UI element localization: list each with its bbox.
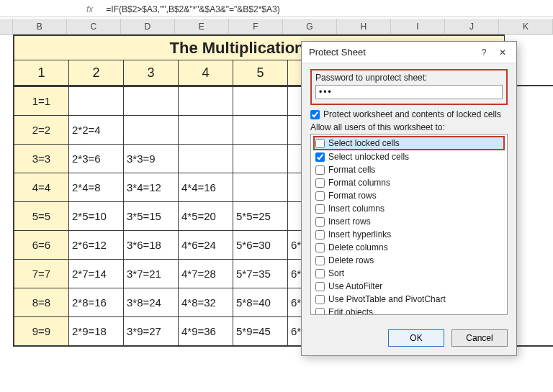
data-cell[interactable] xyxy=(179,86,233,115)
password-input[interactable] xyxy=(315,85,503,99)
permission-item[interactable]: Insert rows xyxy=(314,215,504,228)
data-cell[interactable]: 4*6=24 xyxy=(179,230,233,259)
column-header[interactable]: H xyxy=(337,19,391,34)
permission-item[interactable]: Edit objects xyxy=(314,306,504,315)
data-cell[interactable]: 2*5=10 xyxy=(69,201,124,230)
data-cell[interactable] xyxy=(233,86,288,115)
data-cell[interactable]: 2*2=4 xyxy=(69,115,124,144)
permission-item[interactable]: Delete columns xyxy=(314,241,504,254)
data-cell[interactable]: 4*4=16 xyxy=(179,173,233,201)
row-header-cell[interactable]: 5=5 xyxy=(14,201,69,230)
permission-item[interactable]: Insert columns xyxy=(314,202,504,215)
permission-checkbox[interactable] xyxy=(315,191,325,201)
protect-checkbox[interactable] xyxy=(310,110,320,119)
data-cell[interactable]: 4*9=36 xyxy=(179,316,233,345)
row-header-cell[interactable]: 1=1 xyxy=(14,86,69,115)
column-header[interactable]: K xyxy=(499,19,553,34)
data-cell[interactable] xyxy=(124,86,179,115)
row-header-cell[interactable]: 8=8 xyxy=(14,288,69,316)
permission-checkbox[interactable] xyxy=(315,178,325,188)
permission-item[interactable]: Select locked cells xyxy=(313,136,505,150)
data-cell[interactable]: 2*4=8 xyxy=(69,173,124,201)
permission-item[interactable]: Insert hyperlinks xyxy=(314,228,504,241)
permission-checkbox[interactable] xyxy=(315,152,325,162)
row-header-cell[interactable]: 4=4 xyxy=(14,173,69,201)
row-header-cell[interactable]: 6=6 xyxy=(14,230,69,259)
row-header-cell[interactable]: 9=9 xyxy=(14,316,69,345)
help-button[interactable]: ? xyxy=(475,45,493,60)
data-cell[interactable] xyxy=(124,115,179,144)
data-cell[interactable] xyxy=(233,173,288,201)
data-cell[interactable]: 3*9=27 xyxy=(124,316,179,345)
close-button[interactable]: ✕ xyxy=(493,45,512,60)
permission-checkbox[interactable] xyxy=(315,269,325,278)
data-cell[interactable]: 2*7=14 xyxy=(69,259,124,288)
table-header-cell[interactable]: 5 xyxy=(233,60,288,85)
permission-checkbox[interactable] xyxy=(315,308,325,316)
data-cell[interactable]: 3*6=18 xyxy=(124,230,179,259)
dialog-titlebar[interactable]: Protect Sheet ? ✕ xyxy=(302,42,516,63)
data-cell[interactable] xyxy=(179,144,233,173)
data-cell[interactable]: 2*3=6 xyxy=(69,144,124,173)
permission-item[interactable]: Select unlocked cells xyxy=(314,150,504,163)
permission-label: Select locked cells xyxy=(328,137,400,149)
column-header[interactable]: F xyxy=(229,19,283,34)
permission-label: Sort xyxy=(328,268,344,279)
permission-checkbox[interactable] xyxy=(315,256,325,265)
row-header-cell[interactable]: 2=2 xyxy=(14,115,69,144)
protect-checkbox-row[interactable]: Protect worksheet and contents of locked… xyxy=(310,109,508,119)
permission-checkbox[interactable] xyxy=(315,282,325,291)
data-cell[interactable]: 5*9=45 xyxy=(233,316,288,345)
cancel-button[interactable]: Cancel xyxy=(451,329,508,347)
permission-checkbox[interactable] xyxy=(315,204,325,214)
column-header[interactable]: G xyxy=(283,19,337,34)
permission-checkbox[interactable] xyxy=(315,295,325,304)
permission-checkbox[interactable] xyxy=(315,243,325,252)
data-cell[interactable]: 5*7=35 xyxy=(233,259,288,288)
data-cell[interactable]: 2*8=16 xyxy=(69,288,124,316)
data-cell[interactable]: 4*8=32 xyxy=(179,288,233,316)
data-cell[interactable]: 2*6=12 xyxy=(69,230,124,259)
permission-item[interactable]: Format columns xyxy=(314,176,504,189)
data-cell[interactable]: 2*9=18 xyxy=(69,316,124,345)
table-header-cell[interactable]: 4 xyxy=(179,60,233,85)
column-header[interactable]: E xyxy=(175,19,229,34)
data-cell[interactable]: 3*8=24 xyxy=(124,288,179,316)
permission-item[interactable]: Delete rows xyxy=(314,254,504,267)
row-header-cell[interactable]: 7=7 xyxy=(14,259,69,288)
data-cell[interactable] xyxy=(233,115,288,144)
permission-item[interactable]: Format rows xyxy=(314,189,504,202)
data-cell[interactable]: 3*7=21 xyxy=(124,259,179,288)
permission-item[interactable]: Use AutoFilter xyxy=(314,280,504,293)
data-cell[interactable]: 4*7=28 xyxy=(179,259,233,288)
table-header-cell[interactable]: 3 xyxy=(124,60,179,85)
data-cell[interactable]: 5*8=40 xyxy=(233,288,288,316)
data-cell[interactable]: 3*4=12 xyxy=(124,173,179,201)
permissions-list[interactable]: Select locked cellsSelect unlocked cells… xyxy=(310,134,508,315)
data-cell[interactable]: 5*6=30 xyxy=(233,230,288,259)
permission-checkbox[interactable] xyxy=(315,217,325,227)
permission-item[interactable]: Use PivotTable and PivotChart xyxy=(314,293,504,306)
permission-item[interactable]: Sort xyxy=(314,267,504,280)
column-header[interactable]: I xyxy=(391,19,445,34)
column-header[interactable]: C xyxy=(67,19,121,34)
table-header-cell[interactable]: 2 xyxy=(69,60,124,85)
table-header-cell[interactable]: 1 xyxy=(14,60,69,85)
permission-checkbox[interactable] xyxy=(315,230,325,240)
data-cell[interactable] xyxy=(233,144,288,173)
row-header-cell[interactable]: 3=3 xyxy=(14,144,69,173)
data-cell[interactable]: 5*5=25 xyxy=(233,201,288,230)
column-header[interactable]: J xyxy=(445,19,499,34)
ok-button[interactable]: OK xyxy=(388,329,444,347)
column-header[interactable]: B xyxy=(13,19,67,34)
formula-text[interactable]: =IF(B$2>$A3,"",B$2&"*"&$A3&"="&B$2*$A3) xyxy=(106,4,279,14)
data-cell[interactable] xyxy=(179,115,233,144)
data-cell[interactable]: 3*3=9 xyxy=(124,144,179,173)
data-cell[interactable] xyxy=(69,86,124,115)
permission-checkbox[interactable] xyxy=(315,165,325,175)
permission-item[interactable]: Format cells xyxy=(314,163,504,176)
data-cell[interactable]: 3*5=15 xyxy=(124,201,179,230)
column-header[interactable]: D xyxy=(121,19,175,34)
data-cell[interactable]: 4*5=20 xyxy=(179,201,233,230)
permission-checkbox[interactable] xyxy=(315,139,325,148)
